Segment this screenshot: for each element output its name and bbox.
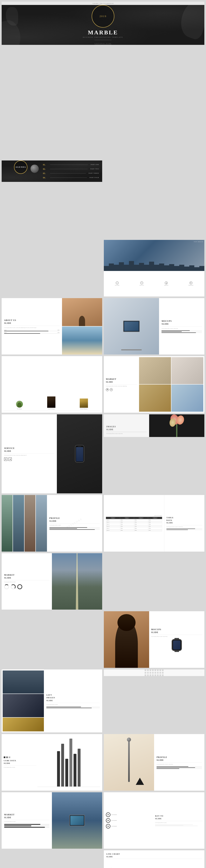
- cover-title: MARBLE: [88, 29, 118, 36]
- slide-profile2: PROFILE SLIDE Lorem ipsum dolor sit amet…: [104, 734, 204, 790]
- market2-title: MARKET SLIDE: [4, 574, 50, 579]
- market1-title: MARKET SLIDE: [106, 378, 137, 383]
- agenda-item-2: 02. PART TWO: [43, 168, 99, 170]
- mocups2-desc: Lorem ipsum dolor sit amet consectetur: [151, 636, 202, 638]
- table-data-title: TABLE DATA SLIDE: [167, 517, 202, 524]
- cover-tag: LOSTIONAL SLIDE: [94, 43, 112, 45]
- slide-market3: MARKET SLIDE Lorem ipsum dolor sit amet: [2, 792, 102, 849]
- about-us-desc: Lorem ipsum dolor sit amet consectetur a…: [4, 327, 60, 329]
- agenda-text-1: PART ONE: [91, 164, 99, 165]
- market2-desc: Lorem ipsum dolor sit amet: [4, 581, 50, 583]
- slide-part03: PART 03: [104, 160, 204, 239]
- agenda-text-2: PART TWO: [90, 168, 99, 170]
- cover-subtitle: BUSINESS PRESENTATION TEMPLATE: [83, 37, 123, 38]
- slide-images: IMAGES SLIDE Lorem ipsum dolor sit amet …: [104, 414, 204, 494]
- slide-profile1: PPTSTORE PROFILE SLIDE Lorem ipsum dolor…: [2, 495, 102, 552]
- cube-data1-desc: Lorem ipsum dolor sit amet: [4, 767, 36, 768]
- slide-part02: PART 02 PART: [2, 611, 102, 668]
- table-data-desc: Lorem ipsum dolor sit amet consectetur: [167, 526, 202, 528]
- agenda-num-3: 03.: [43, 172, 48, 175]
- slide-mountain: MOUNTAIN SLIDE Lorem ipsum: [2, 850, 102, 868]
- agenda-text-3: PART THREE: [89, 173, 99, 174]
- mocups2-title: MOCUPS SLIDE: [151, 628, 202, 634]
- slide-service: SERVICE SLIDE Lorem ipsum dolor sit amet…: [2, 414, 102, 494]
- mocups1-title: MOCUPS SLIDE: [161, 320, 202, 326]
- market3-title: MARKET SLIDE: [4, 813, 50, 819]
- market1-desc: Lorem ipsum dolor sit amet consectetur a…: [106, 385, 137, 387]
- key-to-title: KEY TO SLIDE: [155, 815, 202, 820]
- about-us-title: ABOUT US SLIDE: [4, 319, 60, 324]
- slide-table-data: PPTSTORE Column 1 Column 2 Column 3 Colu…: [104, 495, 204, 552]
- cover-circle: 2019: [92, 5, 114, 28]
- mocups1-desc: Lorem ipsum dolor sit amet consectetur: [161, 328, 202, 330]
- profile2-desc: Lorem ipsum dolor sit amet consectetur: [156, 764, 202, 765]
- agenda-num-4: 04.: [43, 177, 48, 179]
- slide-mocups2: MOCUPS SLIDE Lorem ipsum dolor sit amet …: [104, 611, 204, 668]
- slide-part04: PART 04: [104, 553, 204, 610]
- left-images-title: LEFT IMAGES SLIDE: [46, 694, 100, 702]
- slide-cover: 2019 MARBLE BUSINESS PRESENTATION TEMPLA…: [2, 5, 204, 159]
- slide-market1: MARKET SLIDE Lorem ipsum dolor sit amet …: [104, 356, 204, 413]
- profile2-title: PROFILE SLIDE: [156, 756, 202, 762]
- agenda-title: AGENDA: [16, 166, 26, 168]
- slide-left-images: LEFT IMAGES SLIDE Lorem ipsum dolor sit …: [2, 670, 102, 733]
- service-title: SERVICE SLIDE: [4, 447, 54, 453]
- cover-year: 2019: [99, 14, 107, 18]
- slide-market2: MARKET SLIDE Lorem ipsum dolor sit amet: [2, 553, 102, 610]
- agenda-item-1: 01. PART ONE: [43, 163, 99, 166]
- profile1-title: PROFILE SLIDE: [50, 517, 100, 523]
- slide-dark-decor: ◦ ◦ ◦: [104, 670, 204, 733]
- slide-about-us: ABOUT US SLIDE Lorem ipsum dolor sit ame…: [2, 298, 102, 355]
- images-desc: Lorem ipsum dolor sit amet consectetur: [106, 433, 147, 435]
- slide-people-profile: Eva Matias Lena Wellington Richard Shann…: [2, 356, 102, 413]
- slide-key-to: Lorem ipsum Lorem ipsum Lorem ipsum: [104, 792, 204, 849]
- agenda-num-1: 01.: [43, 163, 48, 166]
- cube-data1-title: CUBE DATA SLIDE: [4, 760, 36, 765]
- agenda-num-2: 02.: [43, 168, 48, 170]
- slide-agenda: AGENDA 01. PART ONE 02. PART TWO: [2, 160, 102, 239]
- page-wrapper: Copyright © http://www.pptstore.net 2019…: [0, 0, 206, 868]
- slide-line-chart: LINE CHART SLIDE: [104, 850, 204, 868]
- slide-part01: PART PART 01: [2, 240, 102, 297]
- left-images-desc: Lorem ipsum dolor sit amet: [46, 704, 100, 706]
- agenda-text-4: PART FOUR: [90, 177, 99, 178]
- agenda-item-3: 03. PART THREE: [43, 172, 99, 175]
- market3-desc: Lorem ipsum dolor sit amet: [4, 821, 50, 823]
- service-desc: Lorem ipsum dolor sit amet consectetur a…: [4, 455, 54, 456]
- agenda-item-4: 04. PART FOUR: [43, 177, 99, 179]
- copyright-top: Copyright © http://www.pptstore.net: [2, 2, 204, 5]
- line-chart-title: LINE CHART SLIDE: [106, 853, 202, 858]
- slide-mocups1: MOCUPS SLIDE Lorem ipsum dolor sit amet …: [104, 298, 204, 355]
- key-to-desc: Lorem ipsum dolor sit amet: [155, 822, 202, 824]
- slide-cube-data1: CUBE DATA SLIDE Lorem ipsum dolor sit am…: [2, 734, 102, 790]
- images-title: IMAGES SLIDE: [106, 425, 147, 431]
- slide-top-image: TOP IMAGE ⌂ FEATURE ☆ QUALITY ⚙ SERVICE: [104, 240, 204, 297]
